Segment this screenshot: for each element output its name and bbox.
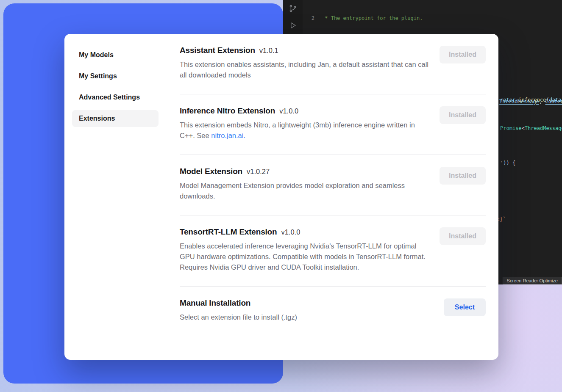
extension-version: v1.0.0 — [281, 228, 300, 236]
select-button[interactable]: Select — [444, 298, 486, 316]
settings-sidebar: My Models My Settings Advanced Settings … — [64, 34, 165, 360]
extension-text: Model Extension v1.0.27 Model Management… — [180, 167, 431, 202]
extension-text: Assistant Extension v1.0.1 This extensio… — [180, 46, 431, 80]
sidebar-item-my-settings[interactable]: My Settings — [72, 68, 159, 85]
extension-text: Inference Nitro Extension v1.0.0 This ex… — [180, 106, 431, 141]
manual-install-row: Manual Installation Select an extension … — [180, 287, 486, 323]
extension-title: Inference Nitro Extension — [180, 106, 275, 116]
extension-description: Model Management Extension provides mode… — [180, 180, 431, 202]
extension-description: This extension enables assistants, inclu… — [180, 59, 431, 80]
extension-text: Manual Installation Select an extension … — [180, 298, 431, 323]
installed-button[interactable]: Installed — [440, 106, 486, 124]
code-fragment: ')) { — [500, 160, 515, 166]
line-number: 2 — [309, 15, 314, 22]
extension-title-row: TensortRT-LLM Extension v1.0.0 — [180, 227, 431, 237]
extension-title-row: Model Extension v1.0.27 — [180, 167, 431, 176]
settings-modal: My Models My Settings Advanced Settings … — [64, 34, 498, 360]
extension-row-nitro: Inference Nitro Extension v1.0.0 This ex… — [180, 94, 486, 155]
extension-row-tensorrt: TensortRT-LLM Extension v1.0.0 Enables a… — [180, 215, 486, 287]
manual-install-description: Select an extension file to install (.tg… — [180, 312, 431, 323]
extension-row-model: Model Extension v1.0.27 Model Management… — [180, 155, 486, 215]
extension-description: Enables accelerated inference leveraging… — [180, 241, 431, 273]
sidebar-item-my-models[interactable]: My Models — [72, 47, 159, 63]
code-fragment: rator.inference(data)); — [500, 97, 562, 103]
installed-button[interactable]: Installed — [440, 227, 486, 245]
code-fragment: Promise<ThreadMessage> — [500, 125, 562, 131]
sidebar-item-advanced-settings[interactable]: Advanced Settings — [72, 89, 159, 106]
extension-row-assistant: Assistant Extension v1.0.1 This extensio… — [180, 34, 486, 94]
manual-install-title: Manual Installation — [180, 298, 250, 308]
extension-title-row: Assistant Extension v1.0.1 — [180, 46, 431, 55]
editor-status-bar: go Screen Reader Optimize — [493, 277, 562, 284]
extension-text: TensortRT-LLM Extension v1.0.0 Enables a… — [180, 227, 431, 273]
extensions-list: Assistant Extension v1.0.1 This extensio… — [165, 34, 498, 360]
extension-version: v1.0.27 — [247, 168, 270, 176]
nitro-link[interactable]: nitro.jan.ai. — [211, 132, 245, 139]
extension-version: v1.0.0 — [279, 107, 298, 115]
installed-button[interactable]: Installed — [440, 167, 486, 185]
installed-button[interactable]: Installed — [440, 46, 486, 63]
extension-title-row: Inference Nitro Extension v1.0.0 — [180, 106, 431, 116]
sidebar-item-extensions[interactable]: Extensions — [72, 110, 159, 127]
extension-title: Model Extension — [180, 167, 242, 176]
run-debug-icon[interactable] — [283, 17, 303, 34]
extension-version: v1.0.1 — [259, 47, 278, 55]
source-control-icon[interactable] — [283, 0, 303, 17]
extension-title-row: Manual Installation — [180, 298, 431, 308]
extension-description: This extension embeds Nitro, a lightweig… — [180, 120, 431, 141]
extension-title: TensortRT-LLM Extension — [180, 227, 277, 237]
code-line: 2 * The entrypoint for the plugin. — [309, 15, 562, 22]
screen-reader-badge[interactable]: Screen Reader Optimize — [503, 277, 562, 284]
extension-title: Assistant Extension — [180, 46, 255, 55]
